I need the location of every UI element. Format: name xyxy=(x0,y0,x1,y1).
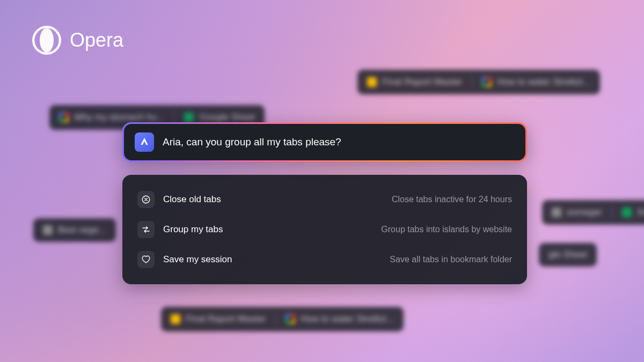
suggestions-panel: Close old tabs Close tabs inactive for 2… xyxy=(122,175,527,284)
opera-logo-icon xyxy=(32,26,61,55)
suggestion-description: Group tabs into islands by website xyxy=(381,225,512,234)
docs-icon xyxy=(367,77,377,87)
google-icon xyxy=(286,314,295,324)
docs-icon xyxy=(171,314,180,324)
suggestion-group-tabs[interactable]: Group my tabs Group tabs into islands by… xyxy=(130,215,519,245)
background-tab: someger Sn... xyxy=(542,200,644,225)
suggestion-save-session[interactable]: Save my session Save all tabs in bookmar… xyxy=(130,245,519,275)
opera-logo: Opera xyxy=(32,26,123,55)
sheets-icon xyxy=(622,208,632,217)
suggestion-label: Close old tabs xyxy=(163,194,383,205)
google-icon xyxy=(59,113,69,122)
background-tab: gle Sheet xyxy=(539,243,597,267)
page-icon xyxy=(552,208,561,217)
google-icon xyxy=(482,77,492,87)
page-icon xyxy=(43,225,53,235)
suggestion-label: Group my tabs xyxy=(163,224,372,235)
swap-icon xyxy=(137,221,155,238)
suggestion-description: Save all tabs in bookmark folder xyxy=(390,255,512,264)
suggestion-label: Save my session xyxy=(163,254,381,265)
aria-command-bar[interactable]: Aria, can you group all my tabs please? xyxy=(122,122,527,162)
svg-point-1 xyxy=(40,28,54,52)
background-tab: Final Raport Master How to water Strelit… xyxy=(161,307,404,331)
command-input-text[interactable]: Aria, can you group all my tabs please? xyxy=(163,136,341,148)
suggestion-description: Close tabs inactive for 24 hours xyxy=(392,195,512,204)
opera-logo-text: Opera xyxy=(70,29,123,51)
background-tab: Best vege... xyxy=(33,218,116,242)
heart-icon xyxy=(137,251,155,268)
close-circle-icon xyxy=(137,191,155,208)
background-tab: Final Raport Master How to water Strelit… xyxy=(357,70,600,94)
suggestion-close-old-tabs[interactable]: Close old tabs Close tabs inactive for 2… xyxy=(130,184,519,215)
aria-icon xyxy=(135,132,154,152)
sheets-icon xyxy=(184,113,194,122)
